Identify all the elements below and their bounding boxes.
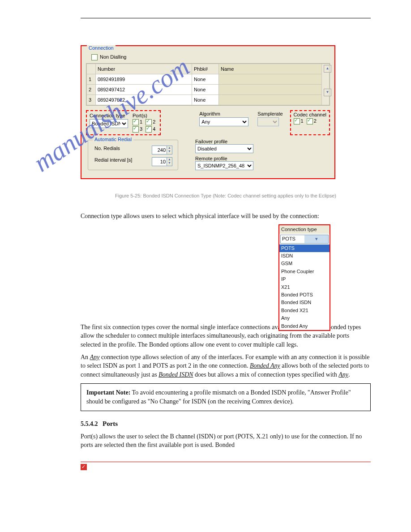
option-bonded-x21[interactable]: Bonded X21	[279, 307, 330, 314]
connection-panel: Connection Non Dialling Number Phbk# Nam…	[81, 45, 335, 179]
scroll-down-icon[interactable]: ▼	[324, 89, 331, 96]
codec-channel-box: Codec channel 1 2	[290, 110, 330, 135]
connection-type-label: Connection type	[90, 113, 128, 118]
codec-2-checkbox[interactable]	[307, 118, 313, 124]
no-redials-input[interactable]	[152, 146, 167, 154]
option-ip[interactable]: IP	[279, 275, 330, 283]
redial-interval-label: Redial interval [s]	[94, 157, 132, 166]
samplerate-select	[257, 117, 279, 126]
important-note-box: Important Note: To avoid encountering a …	[81, 383, 371, 411]
port-3-checkbox[interactable]	[133, 126, 139, 133]
number-cell[interactable]: 0892491899	[96, 74, 192, 85]
samplerate-label: Samplerate	[257, 111, 283, 116]
redial-interval-input[interactable]	[152, 157, 167, 166]
phbk-cell[interactable]: None	[192, 85, 219, 95]
table-row: 1 0892491899 None	[87, 74, 330, 85]
name-cell[interactable]	[219, 95, 322, 105]
figure-caption: Figure 5-25: Bonded ISDN Connection Type…	[81, 193, 371, 199]
algorithm-select[interactable]: Any	[199, 117, 248, 126]
intro-paragraph: Connection type allows users to select w…	[81, 212, 371, 221]
paragraph-2: An Any connection type allows selection …	[81, 353, 371, 379]
option-x21[interactable]: X21	[279, 283, 330, 291]
phbk-cell[interactable]: None	[192, 95, 219, 105]
ports-label: Port(s)	[133, 113, 157, 118]
remote-label: Remote profile	[195, 156, 253, 161]
chevron-down-icon[interactable]: ▾	[304, 235, 328, 243]
name-cell[interactable]	[219, 74, 322, 85]
option-bonded-any[interactable]: Bonded Any	[279, 322, 330, 330]
col-name: Name	[219, 64, 322, 74]
table-row: 3 0892497622 None	[87, 95, 330, 105]
number-cell[interactable]: 0892497622	[96, 95, 192, 105]
auto-redial-group: Automatic Redial No. Redials ▲▼ Redial i…	[88, 140, 178, 170]
option-pots[interactable]: POTS	[279, 245, 330, 252]
port-1-checkbox[interactable]	[133, 119, 139, 125]
name-cell[interactable]	[219, 85, 322, 95]
phbk-cell[interactable]: None	[192, 74, 219, 85]
codec-channel-label: Codec channel	[294, 112, 326, 117]
non-dialling-checkbox[interactable]	[91, 54, 98, 60]
connection-type-ports-box: Connection type Bonded ISDN Port(s) 1 2	[86, 110, 161, 135]
connection-type-dropdown-figure: Connection type POTS ▾ POTS ISDN GSM Pho…	[278, 224, 330, 331]
option-phone-coupler[interactable]: Phone Coupler	[279, 268, 330, 275]
remote-select[interactable]: S_ISDNMP2_256_48	[195, 161, 253, 170]
table-row: 2 0892497412 None	[87, 85, 330, 95]
option-isdn[interactable]: ISDN	[279, 252, 330, 260]
algorithm-label: Algorithm	[199, 111, 248, 116]
no-redials-label: No. Redials	[94, 146, 120, 154]
col-phbk: Phbk#	[192, 64, 219, 74]
option-bonded-pots[interactable]: Bonded POTS	[279, 291, 330, 299]
codec-1-checkbox[interactable]	[294, 118, 300, 124]
number-cell[interactable]: 0892497412	[96, 85, 192, 95]
scrollbar[interactable]: ▲ ▼	[322, 64, 330, 105]
dropdown-selected[interactable]: POTS ▾	[280, 235, 329, 243]
spinner-icon[interactable]: ▲▼	[167, 157, 172, 166]
port-4-checkbox[interactable]	[146, 126, 152, 133]
page-footer	[81, 462, 371, 470]
brand-icon	[81, 464, 87, 470]
section-heading: Ports	[103, 420, 118, 427]
non-dialling-label: Non Dialling	[100, 54, 126, 60]
port-2-checkbox[interactable]	[146, 119, 152, 125]
numbers-table: Number Phbk# Name ▲ ▼ 1 0892491899 None	[86, 63, 330, 106]
section-body: Port(s) allows the user to select the B …	[81, 432, 371, 450]
connection-type-select[interactable]: Bonded ISDN	[90, 119, 128, 128]
scroll-up-icon[interactable]: ▲	[324, 65, 331, 73]
failover-label: Failover profile	[195, 139, 253, 144]
spinner-icon[interactable]: ▲▼	[167, 146, 172, 154]
option-bonded-isdn[interactable]: Bonded ISDN	[279, 299, 330, 306]
col-number: Number	[96, 64, 192, 74]
failover-select[interactable]: Disabled	[195, 144, 253, 153]
option-gsm[interactable]: GSM	[279, 260, 330, 267]
section-number: 5.5.4.2	[81, 420, 98, 427]
option-any[interactable]: Any	[279, 314, 330, 322]
